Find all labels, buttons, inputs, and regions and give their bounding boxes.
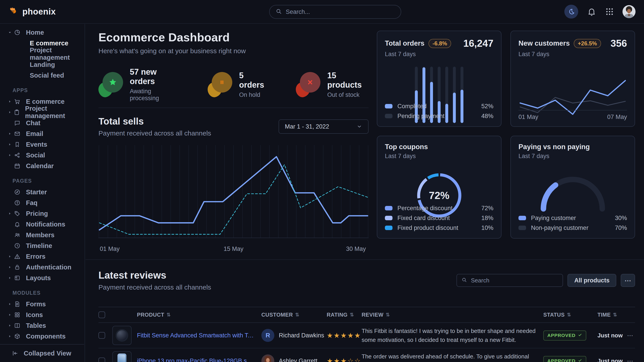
more-options-button[interactable]: ⋯ (621, 274, 635, 287)
status-badge: APPROVED (543, 331, 586, 341)
caret-right-icon (8, 323, 14, 328)
sidebar-item-label: E commerce (26, 98, 65, 105)
grid-icon (14, 312, 21, 318)
star-badge-icon (98, 72, 124, 97)
sidebar-item-calendar[interactable]: Calendar (0, 161, 84, 171)
row-checkbox[interactable] (98, 332, 105, 339)
sidebar-item-label: Tables (26, 322, 46, 329)
all-products-button[interactable]: All products (568, 274, 616, 287)
row-actions-button[interactable]: ⋯ (627, 357, 635, 362)
customer-name: Ashley Garrett (279, 358, 318, 362)
collapsed-view-toggle[interactable]: Collapsed View (0, 344, 84, 362)
caret-right-icon (8, 99, 14, 104)
sidebar-item-home[interactable]: Home (0, 27, 84, 38)
sidebar-item-label: Email (26, 130, 43, 137)
sidebar: Home E commerceProject managementLanding… (0, 24, 85, 362)
select-all-checkbox[interactable] (98, 312, 105, 318)
sidebar-item-faq[interactable]: Faq (0, 197, 84, 208)
product-link[interactable]: iPhone 13 pro max-Pacific Blue-128GB sto… (137, 358, 261, 362)
sidebar-item-label: Starter (26, 188, 47, 196)
sidebar-item-email[interactable]: Email (0, 128, 84, 139)
navbar-search-input[interactable]: Search... (269, 5, 401, 19)
sidebar-item-components[interactable]: Components (0, 331, 84, 342)
caret-right-icon (8, 313, 14, 317)
layout-icon (14, 275, 21, 281)
user-avatar[interactable] (622, 5, 636, 18)
column-header-product[interactable]: PRODUCT⇅ (137, 312, 261, 318)
sidebar-item-pricing[interactable]: Pricing (0, 208, 84, 219)
legend-label: Fixed product discount (398, 225, 458, 231)
legend-value: 72% (481, 205, 494, 212)
top-navbar: phoenix Search... (0, 0, 644, 24)
main-content: Ecommerce Dashboard Here's what's going … (86, 24, 644, 362)
brand[interactable]: phoenix (8, 6, 56, 17)
sidebar-item-label: Notifications (26, 221, 65, 228)
date-range-select[interactable]: Mar 1 - 31, 2022 (278, 119, 368, 134)
column-header-rating[interactable]: RATING⇅ (327, 312, 362, 318)
sidebar-item-layouts[interactable]: Layouts (0, 273, 84, 283)
sidebar-subitem-social-feed[interactable]: Social feed (0, 70, 84, 81)
sidebar-section-label: MODULES (0, 290, 84, 296)
table-row: Fitbit Sense Advanced Smartwatch with To… (98, 323, 635, 348)
review-text: This Fitbit is fantastic! I was trying t… (362, 327, 538, 344)
product-link[interactable]: Fitbit Sense Advanced Smartwatch with To… (137, 332, 261, 339)
pie-chart-icon (14, 29, 21, 36)
row-actions-button[interactable]: ⋯ (627, 332, 635, 339)
theme-toggle-button[interactable] (564, 5, 578, 18)
app-root: phoenix Search... (0, 0, 644, 362)
orders-legend: Completed 52% Pending payment 48% (385, 101, 494, 121)
sidebar-item-authentication[interactable]: Authentication (0, 262, 84, 273)
sidebar-item-forms[interactable]: Forms (0, 299, 84, 310)
sort-icon: ⇅ (295, 312, 300, 318)
sort-icon: ⇅ (350, 312, 354, 318)
sidebar-item-icons[interactable]: Icons (0, 310, 84, 320)
caret-right-icon (8, 276, 14, 280)
sidebar-item-members[interactable]: Members (0, 230, 84, 240)
column-header-time[interactable]: TIME⇅ (598, 312, 627, 318)
column-header-review[interactable]: REVIEW⇅ (362, 312, 543, 318)
sidebar-item-social[interactable]: Social (0, 150, 84, 161)
legend-label: Percentage discount (398, 205, 452, 212)
warning-icon (14, 253, 21, 260)
column-header-status[interactable]: STATUS⇅ (543, 312, 598, 318)
sidebar-item-project-management[interactable]: Project management (0, 107, 84, 118)
legend-label: Non-paying customer (531, 225, 588, 231)
page-title: Ecommerce Dashboard (98, 31, 368, 44)
row-checkbox[interactable] (98, 358, 105, 362)
sidebar-item-label: Components (26, 333, 66, 340)
product-thumbnail[interactable] (112, 351, 132, 362)
customer-cell: Ashley Garrett (261, 355, 327, 362)
customer-cell: R Richard Dawkins (261, 329, 327, 342)
box-icon (14, 333, 21, 340)
chevron-down-icon (356, 124, 362, 129)
card-period: Last 7 days (385, 153, 494, 160)
total-sells-subtitle: Payment received across all channels (98, 129, 211, 137)
legend-chip (518, 226, 526, 230)
sidebar-item-notifications[interactable]: Notifications (0, 219, 84, 230)
sidebar-item-errors[interactable]: Errors (0, 251, 84, 262)
sidebar-item-tables[interactable]: Tables (0, 320, 84, 331)
stat-value: 57 new orders (130, 67, 179, 86)
caret-down-icon (8, 30, 14, 35)
notifications-bell-icon[interactable] (587, 7, 596, 16)
product-thumbnail[interactable] (112, 326, 132, 345)
column-header-customer[interactable]: CUSTOMER⇅ (261, 312, 327, 318)
paying-gauge-chart (538, 174, 608, 215)
sidebar-item-timeline[interactable]: Timeline (0, 240, 84, 251)
cross-badge-icon (296, 72, 321, 97)
stat-label: Out of stock (327, 91, 368, 98)
caret-right-icon (8, 334, 14, 339)
legend-item-pending-payment: Pending payment 48% (385, 111, 494, 121)
sidebar-item-events[interactable]: Events (0, 139, 84, 150)
sidebar-subitem-project-management[interactable]: Project management (0, 48, 84, 59)
reviews-search-input[interactable] (470, 277, 558, 284)
paying-legend: Paying customer 30% Non-paying customer … (518, 213, 627, 233)
legend-value: 48% (481, 113, 494, 120)
caret-right-icon (8, 110, 14, 114)
apps-grid-icon[interactable] (605, 7, 614, 16)
sidebar-item-label: Pricing (26, 210, 48, 217)
stat-label: On hold (239, 91, 267, 98)
sidebar-item-starter[interactable]: Starter (0, 187, 84, 197)
sidebar-item-label: Faq (26, 199, 38, 207)
calendar-icon (14, 163, 21, 169)
